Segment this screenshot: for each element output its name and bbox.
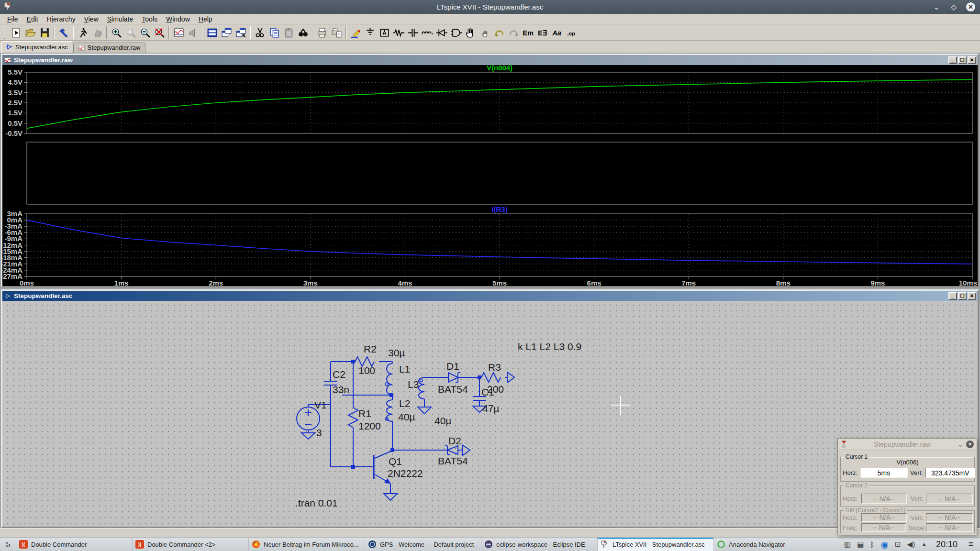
taskbar-button-double-commander[interactable]: )(Double Commander [16, 538, 133, 551]
tile-panes-button[interactable] [205, 26, 219, 40]
cut-button[interactable] [253, 26, 267, 40]
move-button[interactable] [463, 26, 478, 40]
place-capacitor-button[interactable] [406, 26, 420, 40]
waveform-window-titlebar[interactable]: Stepupwandler.raw _ ❐ ✕ [2, 55, 978, 65]
menu-edit[interactable]: Edit [22, 14, 43, 24]
schematic-canvas[interactable]: R210030µC233nL1L3D1BAT54R3C120047µV13R11… [2, 301, 978, 527]
trace-label-V(n004)[interactable]: V(n004) [487, 65, 512, 72]
zoom-back-button[interactable] [123, 26, 138, 40]
mirror-button[interactable]: Em [521, 26, 535, 40]
chevron-down-icon[interactable]: ⌄ [958, 441, 963, 448]
place-component-button[interactable] [449, 26, 463, 40]
zoom-in-button[interactable] [109, 26, 123, 40]
place-label-button[interactable] [377, 26, 391, 40]
maximize-button[interactable]: ◇ [949, 2, 958, 12]
taskbar-button-ltspice[interactable]: LTspice XVII - Stepupwandler.asc [598, 538, 714, 551]
waveform-plot[interactable]: 5.5V4.5V3.5V2.5V1.5V0.5V-0.5VV(n004)3mA0… [2, 65, 978, 286]
schematic-label[interactable]: 47µ [482, 403, 499, 414]
schematic-label[interactable]: R1 [358, 408, 371, 419]
schematic-label[interactable]: 30µ [388, 347, 405, 358]
menu-hierarchy[interactable]: Hierarchy [43, 14, 80, 24]
cursor1-vert-field[interactable] [925, 468, 975, 478]
schematic-label[interactable]: BAT54 [438, 455, 468, 466]
device-icon[interactable]: ▥ [844, 540, 851, 549]
schematic-window-titlebar[interactable]: Stepupwandler.asc _ ❐ ✕ [2, 291, 978, 301]
paste-button[interactable] [281, 26, 296, 40]
menu-view[interactable]: View [80, 14, 103, 24]
display-icon[interactable]: ⊡ [895, 540, 901, 549]
schematic-maximize-button[interactable]: ❐ [958, 292, 967, 300]
clipboard-icon[interactable]: ▤ [857, 540, 864, 549]
schematic-label[interactable]: L1 [399, 364, 410, 375]
cursor-dialog-titlebar[interactable]: Stepupwandler.raw ⌄ ✕ [838, 439, 977, 450]
schematic-label[interactable]: R2 [364, 343, 377, 354]
schematic-label[interactable]: L2 [399, 398, 410, 409]
app-launcher-button[interactable]: ⁞› [0, 538, 16, 551]
bluetooth-icon[interactable]: ᛒ [870, 540, 874, 549]
tile-windows-button[interactable] [234, 26, 248, 40]
taskbar-button-gps[interactable]: GPS - Welcome - - Default project [365, 538, 481, 551]
schematic-label[interactable]: 3 [316, 427, 322, 438]
draw-wire-button[interactable] [348, 26, 363, 40]
schematic-label[interactable]: L3 [408, 379, 419, 390]
schematic-label[interactable]: 40µ [398, 411, 415, 422]
run-simulation-button[interactable] [76, 26, 90, 40]
taskbar-button-double-commander[interactable]: )(Double Commander <2> [133, 538, 249, 551]
clock[interactable]: 20:10 [936, 540, 958, 550]
place-inductor-button[interactable] [420, 26, 434, 40]
minimize-button[interactable]: ⌄ [932, 2, 941, 12]
cascade-windows-button[interactable] [219, 26, 234, 40]
schematic-label[interactable]: 100 [358, 365, 375, 376]
tab-stepupwandler.asc[interactable]: Stepupwandler.asc [1, 41, 73, 53]
trace-V(n004)[interactable] [27, 79, 972, 128]
halt-simulation-button[interactable] [90, 26, 104, 40]
panel-menu-icon[interactable]: ≡ [969, 540, 973, 549]
accessibility-icon[interactable]: ◉ [880, 539, 889, 550]
volume-icon[interactable]: ◀) [907, 540, 915, 549]
place-text-button[interactable]: Aa [549, 26, 564, 40]
autorange-waveform-button[interactable] [171, 26, 186, 40]
rotate-button[interactable]: E∃ [535, 26, 549, 40]
new-schematic-button[interactable] [9, 26, 23, 40]
open-file-button[interactable] [23, 26, 37, 40]
copy-button[interactable] [267, 26, 281, 40]
print-preview-button[interactable] [329, 26, 344, 40]
schematic-label[interactable]: k L1 L2 L3 0.9 [518, 341, 581, 352]
zoom-out-button[interactable] [138, 26, 152, 40]
schematic-label[interactable]: C2 [333, 369, 345, 380]
schematic-label[interactable]: 2N2222 [388, 468, 423, 479]
menu-tools[interactable]: Tools [137, 14, 162, 24]
schematic-close-button[interactable]: ✕ [968, 292, 976, 300]
menu-window[interactable]: Window [162, 14, 194, 24]
schematic-label[interactable]: .tran 0.01 [295, 497, 338, 508]
waveform-maximize-button[interactable]: ❐ [958, 56, 967, 64]
schematic-label[interactable]: V1 [314, 399, 327, 410]
menu-simulate[interactable]: Simulate [103, 14, 137, 24]
schematic-label[interactable]: D2 [448, 435, 461, 446]
trace-label-I(R3)[interactable]: I(R3) [491, 205, 507, 213]
menu-help[interactable]: Help [194, 14, 217, 24]
cursor1-horz-field[interactable] [860, 468, 908, 478]
taskbar-button-eclipse[interactable]: eclipse-workspace - Eclipse IDE [481, 538, 598, 551]
schematic-minimize-button[interactable]: _ [948, 292, 957, 300]
cursor-dialog-close-button[interactable]: ✕ [966, 441, 974, 448]
save-button[interactable] [37, 26, 52, 40]
schematic-label[interactable]: R3 [488, 362, 501, 373]
tab-stepupwandler.raw[interactable]: Stepupwandler.raw [73, 43, 146, 53]
place-resistor-button[interactable] [391, 26, 406, 40]
caret-up-icon[interactable]: ▲ [921, 541, 927, 548]
taskbar-button-anaconda[interactable]: Anaconda Navigator [714, 538, 830, 551]
redo-button[interactable] [506, 26, 521, 40]
close-button[interactable]: ✕ [966, 2, 975, 11]
zoom-full-extents-button[interactable] [152, 26, 167, 40]
spice-netlist-button[interactable] [186, 26, 200, 40]
waveform-minimize-button[interactable]: _ [948, 56, 957, 64]
schematic-label[interactable]: D1 [446, 361, 459, 372]
schematic-label[interactable]: 33n [333, 384, 349, 395]
schematic-label[interactable]: 40µ [434, 415, 451, 426]
schematic-label[interactable]: Q1 [389, 456, 402, 467]
waveform-close-button[interactable]: ✕ [968, 56, 976, 64]
schematic-label[interactable]: BAT54 [438, 384, 468, 395]
menu-file[interactable]: File [3, 14, 22, 24]
undo-button[interactable] [492, 26, 506, 40]
